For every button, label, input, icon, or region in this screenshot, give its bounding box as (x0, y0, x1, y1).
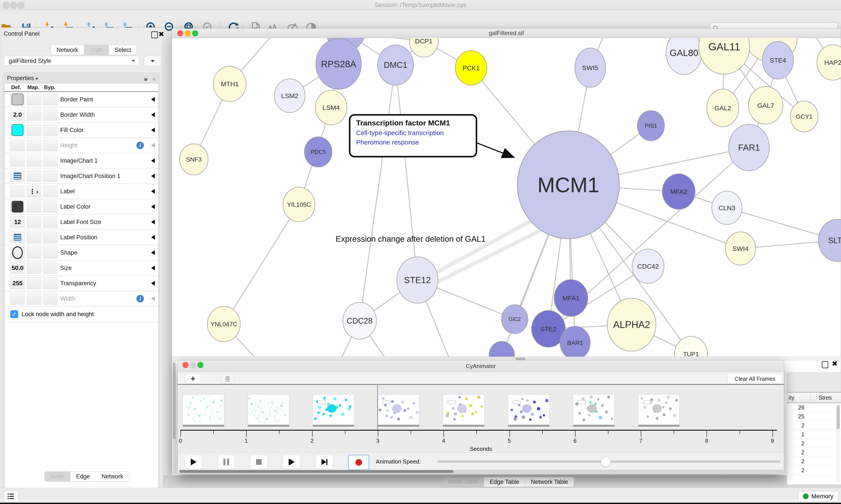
network-node-LSM2[interactable]: LSM2 (274, 79, 305, 112)
default-value-cell[interactable] (10, 293, 25, 305)
default-value-cell[interactable] (10, 231, 25, 243)
expand-arrow-icon[interactable] (151, 97, 155, 102)
network-canvas[interactable]: RPS28BDCP1RPS28ADMC1PCK1MTH1LSM2LSM4SWI5… (172, 38, 841, 366)
animation-speed-slider[interactable] (437, 461, 781, 463)
table-row[interactable]: 2 (787, 466, 841, 475)
timeline-frame[interactable] (378, 394, 419, 427)
network-node-GAL80[interactable]: GAL80 (666, 38, 702, 75)
mapping-cell[interactable] (27, 277, 41, 289)
timeline[interactable]: 0123456789 Seconds (178, 385, 784, 452)
expand-arrow-icon[interactable] (151, 189, 155, 194)
network-node-PIS1[interactable]: PIS1 (637, 111, 664, 141)
table-vertical-scrollbar[interactable] (836, 403, 840, 482)
network-node-DMC1[interactable]: DMC1 (378, 45, 413, 85)
mapping-cell[interactable] (27, 170, 41, 182)
expand-arrow-icon[interactable] (151, 220, 155, 224)
timeline-scrollbar[interactable] (179, 470, 783, 473)
next-frame-button[interactable] (316, 455, 333, 469)
network-node-MCM1[interactable]: MCM1 (517, 131, 619, 239)
annotation-link[interactable]: Pheromone response (356, 139, 476, 146)
default-value-cell[interactable]: 255 (10, 277, 25, 289)
property-row[interactable]: 50.0Size (5, 260, 158, 276)
network-node-MFA2[interactable]: MFA2 (662, 174, 695, 209)
property-row[interactable]: 2.0Border Width (5, 107, 158, 123)
tab-node-table[interactable]: Node Table (443, 477, 484, 487)
float-panel-icon[interactable] (822, 361, 828, 368)
bypass-cell[interactable] (43, 293, 58, 305)
bypass-cell[interactable] (43, 155, 58, 167)
playhead[interactable] (377, 385, 378, 430)
timeline-frame[interactable] (508, 394, 550, 427)
tab-select[interactable]: Select (109, 45, 137, 55)
bypass-cell[interactable] (43, 170, 58, 182)
network-node-GAL11[interactable]: GAL11 (699, 38, 750, 74)
expand-arrow-icon[interactable] (151, 112, 155, 117)
network-node-FAR1[interactable]: FAR1 (729, 124, 769, 171)
memory-button[interactable]: Memory (798, 491, 838, 502)
network-node-GAL2[interactable]: GAL2 (707, 89, 739, 127)
bypass-cell[interactable] (43, 231, 58, 243)
network-node-BAR1[interactable]: BAR1 (560, 326, 590, 360)
bypass-cell[interactable] (43, 124, 58, 136)
default-value-cell[interactable]: 2.0 (10, 109, 25, 121)
mapping-cell[interactable] (27, 93, 41, 105)
default-value-cell[interactable] (10, 155, 25, 167)
stop-button[interactable] (250, 455, 268, 469)
mapping-cell[interactable] (27, 262, 41, 274)
bypass-cell[interactable] (43, 247, 58, 258)
timeline-frame[interactable] (573, 394, 614, 427)
scrollbar-thumb[interactable] (179, 470, 453, 473)
bypass-cell[interactable] (43, 185, 58, 197)
tab-edge-table[interactable]: Edge Table (484, 477, 525, 487)
table-row[interactable]: 1 (787, 430, 841, 439)
network-node-GCY1[interactable]: GCY1 (790, 101, 818, 132)
expand-arrow-icon[interactable] (151, 204, 155, 209)
network-node-YNL047C[interactable]: YNL047C (208, 306, 240, 342)
bypass-cell[interactable] (43, 277, 58, 289)
play-button[interactable] (185, 455, 202, 469)
scrollbar-thumb[interactable] (173, 362, 175, 439)
clear-all-frames-button[interactable]: Clear All Frames (727, 374, 783, 384)
network-node-SWI5[interactable]: SWI5 (575, 48, 606, 87)
network-node-PDC5[interactable]: PDC5 (304, 137, 332, 167)
property-row[interactable]: Image/Chart 1 (5, 153, 158, 168)
expand-arrow-icon[interactable] (151, 296, 155, 301)
close-panel-icon[interactable]: ✖ (158, 30, 164, 38)
column-divider[interactable] (810, 394, 810, 401)
network-node-CLN3[interactable]: CLN3 (712, 191, 742, 224)
property-row[interactable]: Label Color (5, 199, 158, 215)
network-edge[interactable] (224, 204, 299, 324)
collapse-all-icon[interactable]: « (152, 75, 156, 83)
network-vertical-scrollbar[interactable] (172, 361, 176, 474)
mapping-cell[interactable] (27, 140, 41, 151)
cyanimator-titlebar[interactable]: CyAnimator (178, 360, 784, 373)
expand-arrow-icon[interactable] (151, 174, 155, 178)
table-row[interactable]: 2 (787, 457, 841, 466)
task-history-button[interactable] (3, 491, 18, 502)
table-column-header[interactable]: Stres (819, 394, 832, 401)
mapping-cell[interactable] (27, 155, 41, 167)
network-node-STE4[interactable]: STE4 (763, 41, 793, 79)
network-node-CDC42[interactable]: CDC42 (632, 249, 664, 284)
table-column-header[interactable]: ity (789, 394, 794, 401)
property-row[interactable]: 12Label Font Size (5, 215, 158, 230)
network-node-PCK1[interactable]: PCK1 (455, 51, 487, 85)
default-value-cell[interactable] (10, 124, 25, 136)
tab-network-table[interactable]: Network Table (525, 477, 574, 487)
expand-all-icon[interactable]: » (144, 75, 147, 83)
previous-frame-button[interactable] (283, 455, 300, 469)
mapping-cell[interactable] (27, 124, 41, 136)
default-value-cell[interactable] (10, 201, 25, 213)
scrollbar-thumb[interactable] (837, 405, 840, 429)
property-row[interactable]: Image/Chart Position 1 (5, 168, 158, 184)
default-value-cell[interactable] (10, 185, 25, 197)
mapping-cell[interactable]: ⋮› (27, 185, 41, 197)
add-frame-button[interactable]: + (185, 374, 201, 384)
expand-arrow-icon[interactable] (151, 128, 155, 132)
mapping-cell[interactable] (27, 293, 41, 305)
annotation-link[interactable]: Cell-type-specific transcription (356, 129, 476, 137)
timeline-frame[interactable] (313, 394, 354, 427)
default-value-cell[interactable] (10, 140, 25, 151)
network-node-SNF3[interactable]: SNF3 (180, 144, 208, 175)
network-node-RPS28A[interactable]: RPS28A (316, 38, 361, 89)
